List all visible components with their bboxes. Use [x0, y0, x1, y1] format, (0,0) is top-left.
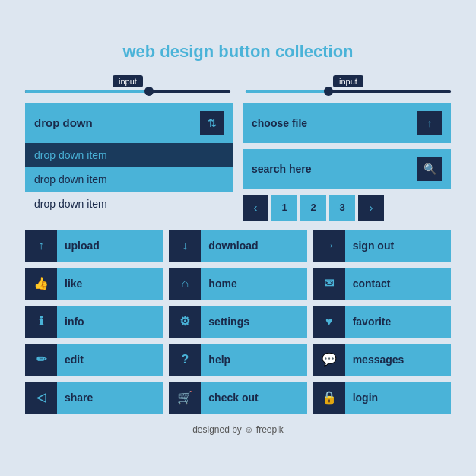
messages-button-icon: 💬	[313, 344, 345, 376]
edit-button-label: edit	[57, 354, 91, 366]
download-button[interactable]: ↓ download	[169, 230, 306, 262]
footer-text: designed by	[192, 424, 242, 435]
footer-brand: ☺ freepik	[244, 424, 284, 435]
page-2-button[interactable]: 2	[300, 195, 326, 221]
messages-button-label: messages	[345, 354, 412, 366]
top-section: drop down ⇅ drop down item drop down ite…	[25, 103, 451, 221]
slider-2-fill	[246, 90, 328, 93]
page-title: web design button collection	[25, 42, 451, 62]
title-highlight: web design button	[122, 42, 270, 61]
slider-1-thumb[interactable]	[144, 87, 154, 96]
info-button-icon: ℹ	[25, 306, 57, 338]
page-1-button[interactable]: 1	[271, 195, 297, 221]
checkout-button-icon: 🛒	[169, 382, 201, 414]
sliders-row: input input	[25, 75, 451, 93]
contact-button[interactable]: ✉ contact	[313, 268, 451, 300]
search-icon: 🔍	[417, 157, 442, 181]
page-3-button[interactable]: 3	[329, 195, 355, 221]
info-button[interactable]: ℹ info	[25, 306, 163, 338]
title-suffix: collection	[271, 42, 354, 61]
help-button-label: help	[201, 354, 238, 366]
home-button-label: home	[201, 278, 244, 290]
settings-button-icon: ⚙	[169, 306, 201, 338]
dropdown-item-3[interactable]: drop down item	[25, 192, 233, 216]
choose-file-button[interactable]: choose file ↑	[243, 103, 451, 143]
search-button[interactable]: search here 🔍	[243, 149, 451, 189]
help-button-icon: ?	[169, 344, 201, 376]
home-button[interactable]: ⌂ home	[169, 268, 306, 300]
settings-button[interactable]: ⚙ settings	[169, 306, 306, 338]
upload-button-icon: ↑	[25, 230, 57, 262]
login-button[interactable]: 🔒 login	[313, 382, 451, 414]
favorite-button[interactable]: ♥ favorite	[313, 306, 451, 338]
dropdown-label: drop down	[34, 116, 93, 129]
share-button-label: share	[57, 392, 100, 404]
contact-button-label: contact	[345, 278, 398, 290]
contact-button-icon: ✉	[313, 268, 345, 300]
like-button-label: like	[57, 278, 90, 290]
slider-2-label: input	[333, 75, 363, 87]
choose-file-label: choose file	[252, 117, 307, 129]
slider-2-track[interactable]	[246, 90, 451, 93]
next-page-button[interactable]: ›	[358, 195, 384, 221]
share-button-icon: ◁	[25, 382, 57, 414]
sign-out-button-icon: →	[313, 230, 345, 262]
sign-out-button[interactable]: → sign out	[313, 230, 451, 262]
slider-1-fill	[25, 90, 148, 93]
pagination: ‹ 1 2 3 ›	[243, 195, 451, 221]
dropdown-item-1[interactable]: drop down item	[25, 143, 233, 167]
dropdown-arrow-icon: ⇅	[200, 111, 224, 135]
slider-1: input	[25, 75, 230, 93]
slider-2: input	[246, 75, 451, 93]
edit-button[interactable]: ✏ edit	[25, 344, 163, 376]
favorite-button-icon: ♥	[313, 306, 345, 338]
footer: designed by ☺ freepik	[25, 424, 451, 435]
messages-button[interactable]: 💬 messages	[313, 344, 451, 376]
like-button-icon: 👍	[25, 268, 57, 300]
edit-button-icon: ✏	[25, 344, 57, 376]
upload-button-label: upload	[57, 240, 107, 252]
dropdown-area: drop down ⇅ drop down item drop down ite…	[25, 103, 233, 221]
sign-out-button-label: sign out	[345, 240, 401, 252]
main-container: web design button collection input input…	[17, 27, 459, 450]
share-button[interactable]: ◁ share	[25, 382, 163, 414]
slider-2-thumb[interactable]	[324, 87, 333, 96]
download-button-icon: ↓	[169, 230, 201, 262]
settings-button-label: settings	[201, 316, 257, 328]
right-area: choose file ↑ search here 🔍 ‹ 1 2 3 ›	[243, 103, 451, 221]
buttons-grid: ↑ upload ↓ download → sign out 👍 like ⌂ …	[25, 230, 451, 414]
favorite-button-label: favorite	[345, 316, 399, 328]
checkout-button-label: check out	[201, 392, 265, 404]
login-button-icon: 🔒	[313, 382, 345, 414]
download-button-label: download	[201, 240, 265, 252]
info-button-label: info	[57, 316, 92, 328]
checkout-button[interactable]: 🛒 check out	[169, 382, 306, 414]
search-label: search here	[252, 163, 312, 175]
login-button-label: login	[345, 392, 386, 404]
prev-page-button[interactable]: ‹	[243, 195, 268, 221]
dropdown-item-2[interactable]: drop down item	[25, 167, 233, 192]
dropdown-header[interactable]: drop down ⇅	[25, 103, 233, 143]
slider-1-label: input	[113, 75, 143, 87]
home-button-icon: ⌂	[169, 268, 201, 300]
help-button[interactable]: ? help	[169, 344, 306, 376]
slider-1-track[interactable]	[25, 90, 230, 93]
upload-file-icon: ↑	[417, 111, 442, 135]
upload-button[interactable]: ↑ upload	[25, 230, 163, 262]
like-button[interactable]: 👍 like	[25, 268, 163, 300]
